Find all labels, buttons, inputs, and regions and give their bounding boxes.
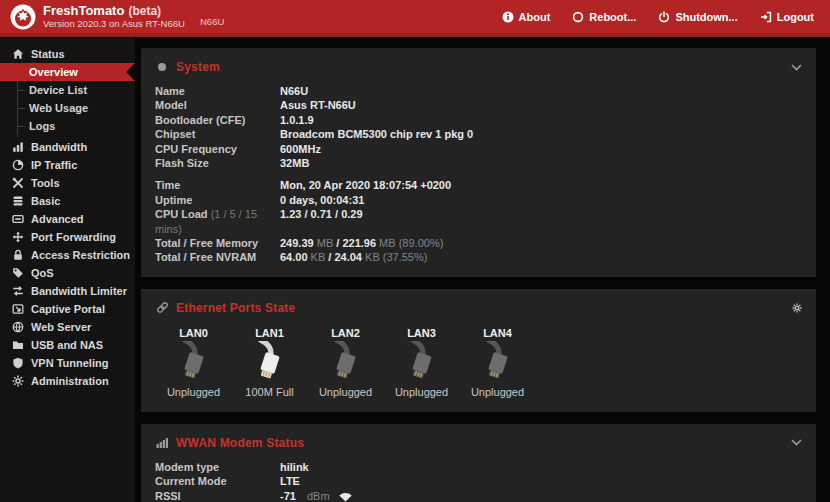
ethernet-plug-icon [461,341,534,385]
system-panel-header: System [155,58,802,76]
ethernet-plug-icon [385,341,458,385]
sidebar-item-bandwidth-limiter[interactable]: Bandwidth Limiter [0,282,135,300]
system-panel-title: System [176,60,220,74]
ethernet-plug-icon [157,341,230,385]
ethernet-port-lan1: LAN1 100M Full [233,325,306,400]
system-row-model: ModelAsus RT-N66U [155,98,802,112]
shutdown-button[interactable]: Shutdown... [658,11,737,23]
sidebar-item-advanced[interactable]: Advanced [0,210,135,228]
sidebar-item-tools[interactable]: Tools [0,174,135,192]
portal-window-icon [11,303,25,315]
system-row-time: TimeMon, 20 Apr 2020 18:07:54 +0200 [155,178,802,192]
system-row-bootloader: Bootloader (CFE)1.0.1.9 [155,113,802,127]
arrows-cross-icon [11,231,25,243]
wwan-collapse-button[interactable] [791,439,802,446]
system-row-name: NameN66U [155,84,802,98]
system-row-uptime: Uptime0 days, 00:04:31 [155,193,802,207]
system-row-cpu-load: CPU Load (1 / 5 / 15 mins)1.23 / 0.71 / … [155,207,802,236]
sidebar-item-logs[interactable]: Logs [18,117,135,135]
folder-icon [11,339,25,351]
system-row-chipset: ChipsetBroadcom BCM5300 chip rev 1 pkg 0 [155,127,802,141]
pie-chart-icon [11,159,25,171]
info-icon [502,11,514,23]
sidebar-item-administration[interactable]: Administration [0,372,135,390]
sidebar-item-bandwidth[interactable]: Bandwidth [0,138,135,156]
sidebar-item-port-forwarding[interactable]: Port Forwarding [0,228,135,246]
freshtomato-app: FreshTomato(beta) Version 2020.3 on Asus… [0,0,830,502]
wwan-modem-panel: WWAN Modem Status Modem typehilink Curre… [141,424,816,502]
signal-strength-icon [338,491,353,502]
link-icon [155,301,169,314]
app-beta-tag: (beta) [128,4,161,18]
ethernet-port-lan4: LAN4 Unplugged [461,325,534,400]
sidebar-item-device-list[interactable]: Device List [18,81,135,99]
tag-icon [11,267,25,279]
status-led-icon [155,62,169,72]
drive-icon [11,213,25,225]
ethernet-settings-button[interactable] [792,303,802,313]
sidebar-item-basic[interactable]: Basic [0,192,135,210]
wwan-panel-header: WWAN Modem Status [155,434,802,452]
header-menu: About Reboot... Shutdown... Logout [502,11,830,23]
ethernet-plug-icon [233,341,306,385]
system-row-memory: Total / Free Memory249.39 MB / 221.96 MB… [155,236,802,250]
sidebar-item-overview[interactable]: Overview [0,63,135,81]
sidebar-item-access-restriction[interactable]: Access Restriction [0,246,135,264]
reboot-button[interactable]: Reboot... [572,11,636,23]
sidebar-nav: Status Overview Device List Web Usage Lo… [0,37,135,502]
bar-chart-icon [11,141,25,153]
ethernet-port-list: LAN0 Unplugged LAN1 100M Full LAN2 Unplu… [155,325,802,400]
lock-icon [11,249,25,261]
wwan-row-modem-type: Modem typehilink [155,460,802,474]
tools-icon [11,177,25,189]
logout-button[interactable]: Logout [760,11,814,23]
signal-bars-icon [155,437,169,448]
system-row-cpu-frequency: CPU Frequency600MHz [155,142,802,156]
sidebar-subtree-status: Overview Device List Web Usage Logs [17,63,135,135]
sidebar-item-status[interactable]: Status [0,45,135,63]
ethernet-panel-title: Ethernet Ports State [176,301,295,315]
ethernet-port-lan0: LAN0 Unplugged [157,325,230,400]
system-panel: System NameN66U ModelAsus RT-N66U Bootlo… [141,48,816,277]
power-icon [658,11,670,23]
ethernet-panel-header: Ethernet Ports State [155,299,802,317]
wwan-panel-title: WWAN Modem Status [176,436,304,450]
stack-icon [11,195,25,207]
ethernet-port-lan2: LAN2 Unplugged [309,325,382,400]
ethernet-port-lan3: LAN3 Unplugged [385,325,458,400]
version-line: Version 2020.3 on Asus RT-N66U [43,19,185,29]
logout-icon [760,11,772,23]
home-icon [11,48,25,60]
brand-block: FreshTomato(beta) Version 2020.3 on Asus… [43,4,185,30]
globe-icon [11,321,25,333]
arrows-exchange-icon [11,285,25,297]
system-row-nvram: Total / Free NVRAM64.00 KB / 24.04 KB (3… [155,250,802,264]
router-hostname: N66U [200,16,224,27]
content-area: System NameN66U ModelAsus RT-N66U Bootlo… [135,37,830,502]
wwan-row-current-mode: Current ModeLTE [155,474,802,488]
top-header-bar: FreshTomato(beta) Version 2020.3 on Asus… [0,0,830,37]
sidebar-item-ip-traffic[interactable]: IP Traffic [0,156,135,174]
shield-icon [11,357,25,369]
sidebar-item-vpn-tunneling[interactable]: VPN Tunneling [0,354,135,372]
sidebar-item-web-server[interactable]: Web Server [0,318,135,336]
sidebar-item-usb-nas[interactable]: USB and NAS [0,336,135,354]
system-row-flash-size: Flash Size32MB [155,156,802,170]
reboot-icon [572,11,584,23]
ethernet-ports-panel: Ethernet Ports State LAN0 Unplugged LAN1… [141,289,816,412]
app-title: FreshTomato [43,3,124,18]
freshtomato-logo-icon [10,4,36,30]
about-button[interactable]: About [502,11,551,23]
sidebar-item-qos[interactable]: QoS [0,264,135,282]
sidebar-item-captive-portal[interactable]: Captive Portal [0,300,135,318]
wwan-row-rssi: RSSI -71dBm [155,489,802,502]
gear-icon [11,375,25,387]
sidebar-item-web-usage[interactable]: Web Usage [18,99,135,117]
system-collapse-button[interactable] [791,64,802,71]
ethernet-plug-icon [309,341,382,385]
